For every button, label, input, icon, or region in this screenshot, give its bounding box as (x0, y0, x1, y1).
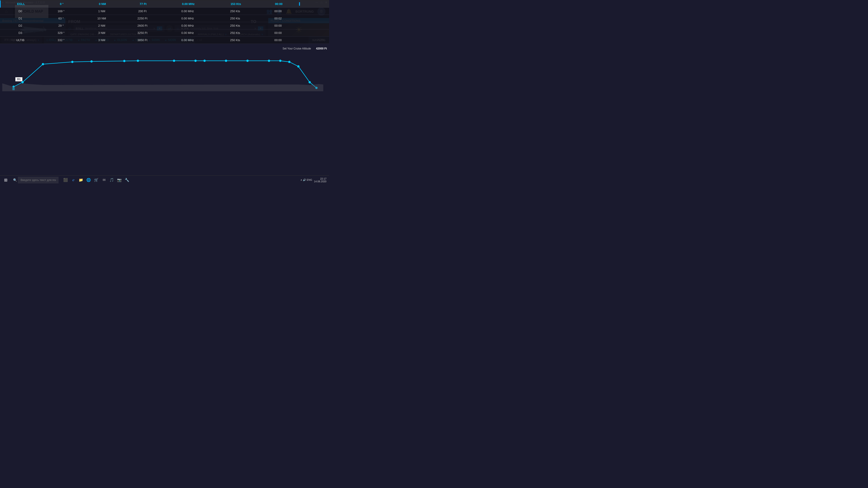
svg-marker-30 (2, 84, 323, 91)
td-frequency: 0.00 MHz (163, 9, 213, 13)
taskview-icon[interactable]: ⬛ (62, 177, 69, 184)
altitude-chart (2, 46, 323, 91)
td-frequency: 0.00 MHz (163, 31, 213, 35)
td-distance: 1 NM (81, 9, 122, 13)
svg-point-14 (90, 60, 93, 63)
app-icon-1[interactable]: 🎵 (108, 177, 115, 184)
svg-point-15 (123, 60, 125, 62)
svg-point-25 (297, 65, 300, 68)
app-icon-3[interactable]: 🔧 (124, 177, 130, 184)
store-icon[interactable]: 🛒 (93, 177, 100, 184)
td-ete: 00:00 (258, 31, 298, 35)
td-speed: 250 Kts (213, 38, 258, 42)
table-row[interactable]: D1 63 ° 10 NM 2250 Ft 0.00 MHz 250 Kts 0… (0, 15, 329, 22)
td-ete: 00:00 (258, 9, 298, 13)
date-display: 14.08.2020 (314, 180, 327, 183)
td-heading: 0 ° (41, 2, 82, 6)
td-speed: 250 Kts (213, 31, 258, 35)
td-waypoint: D2 (0, 24, 41, 27)
svg-point-12 (42, 63, 44, 65)
taskbar-icons: ⬛ ℯ 📁 🌐 🛒 ✉ 🎵 📷 🔧 (60, 177, 132, 184)
td-ete: 00:00 (258, 38, 298, 42)
search-icon: 🔍 (13, 178, 17, 182)
td-heading: 169 ° (41, 9, 81, 13)
taskbar-search-area: 🔍 (11, 177, 60, 184)
svg-point-16 (137, 60, 139, 62)
td-waypoint: D3 (0, 31, 41, 35)
mail-icon[interactable]: ✉ (101, 177, 107, 184)
td-ete: 00:00 (258, 24, 298, 27)
td-distance: 10 NM (81, 17, 122, 20)
td-speed: 250 Kts (213, 24, 258, 27)
td-heading: 63 ° (41, 17, 81, 20)
td-heading: 332 ° (41, 38, 81, 42)
d1-tooltip: D1 (16, 77, 22, 81)
td-distance: 3 NM (81, 38, 122, 42)
svg-point-17 (173, 60, 175, 62)
td-waypoint: D0 (0, 9, 41, 13)
svg-point-20 (225, 60, 227, 62)
table-row[interactable]: D2 29 ° 2 NM 2600 Ft 0.00 MHz 250 Kts 00… (0, 22, 329, 29)
td-altitude: 3250 Ft (122, 31, 163, 35)
time-display: 22:17 (314, 177, 327, 180)
td-waypoint: ULTIB (0, 38, 41, 42)
chrome-icon[interactable]: 🌐 (85, 177, 92, 184)
td-heading: 29 ° (41, 24, 81, 27)
row-selection-indicator (298, 31, 303, 35)
td-distance: 0 NM (82, 2, 123, 6)
td-frequency: 0.00 MHz (163, 2, 213, 6)
clock: 22:17 14.08.2020 (314, 177, 327, 183)
td-altitude: 77 Ft (123, 2, 163, 6)
row-selection-indicator (298, 38, 303, 42)
td-frequency: 0.00 MHz (163, 17, 213, 20)
td-altitude: 2600 Ft (122, 24, 163, 27)
svg-point-18 (194, 60, 197, 62)
td-speed: 250 Kts (213, 9, 258, 13)
td-altitude: 3850 Ft (122, 38, 163, 42)
td-altitude: 2250 Ft (122, 17, 163, 20)
row-selection-indicator (298, 17, 303, 20)
explorer-icon[interactable]: 📁 (78, 177, 84, 184)
svg-point-11 (22, 81, 24, 84)
svg-point-23 (279, 60, 281, 62)
svg-point-21 (246, 60, 249, 62)
table-row[interactable]: EGLL 0 ° 0 NM 77 Ft 0.00 MHz 153 Kts 00:… (0, 0, 329, 8)
svg-point-22 (268, 60, 270, 62)
row-selection-indicator (298, 9, 303, 13)
td-frequency: 0.00 MHz (163, 38, 213, 42)
td-distance: 2 NM (81, 24, 122, 27)
table-row[interactable]: D3 329 ° 3 NM 3250 Ft 0.00 MHz 250 Kts 0… (0, 29, 329, 37)
edge-icon[interactable]: ℯ (70, 177, 76, 184)
table-row[interactable]: ULTIB 332 ° 3 NM 3850 Ft 0.00 MHz 250 Kt… (0, 37, 329, 44)
td-frequency: 0.00 MHz (163, 24, 213, 27)
table-row[interactable]: D0 169 ° 1 NM 200 Ft 0.00 MHz 250 Kts 00… (0, 8, 329, 15)
row-selection-indicator (298, 24, 303, 27)
svg-point-19 (204, 60, 206, 62)
taskbar-search-input[interactable] (18, 177, 59, 184)
waypoint-table: Waypoint Log Heading Distance Altitude F… (0, 0, 329, 44)
td-ete: 00:00 (258, 2, 299, 6)
taskbar-right: ∧ 🔊 ENG 22:17 14.08.2020 (301, 177, 329, 183)
start-button[interactable]: ⊞ (0, 175, 11, 185)
td-waypoint: D1 (0, 17, 41, 20)
td-speed: 153 Kts (213, 2, 258, 6)
td-waypoint: EGLL (1, 2, 41, 6)
td-speed: 250 Kts (213, 17, 258, 20)
row-selection-indicator (299, 2, 300, 6)
td-distance: 3 NM (81, 31, 122, 35)
taskbar: ⊞ 🔍 ⬛ ℯ 📁 🌐 🛒 ✉ 🎵 📷 🔧 ∧ 🔊 ENG 22:17 14.0… (0, 175, 329, 184)
app-icon-2[interactable]: 📷 (116, 177, 123, 184)
svg-point-26 (309, 81, 311, 84)
td-altitude: 200 Ft (122, 9, 163, 13)
svg-point-24 (288, 61, 290, 63)
td-ete: 00:02 (258, 17, 298, 20)
svg-point-13 (71, 61, 73, 63)
system-tray: ∧ 🔊 ENG (301, 178, 312, 182)
table-body: EGLL 0 ° 0 NM 77 Ft 0.00 MHz 153 Kts 00:… (0, 0, 329, 44)
td-heading: 329 ° (41, 31, 81, 35)
